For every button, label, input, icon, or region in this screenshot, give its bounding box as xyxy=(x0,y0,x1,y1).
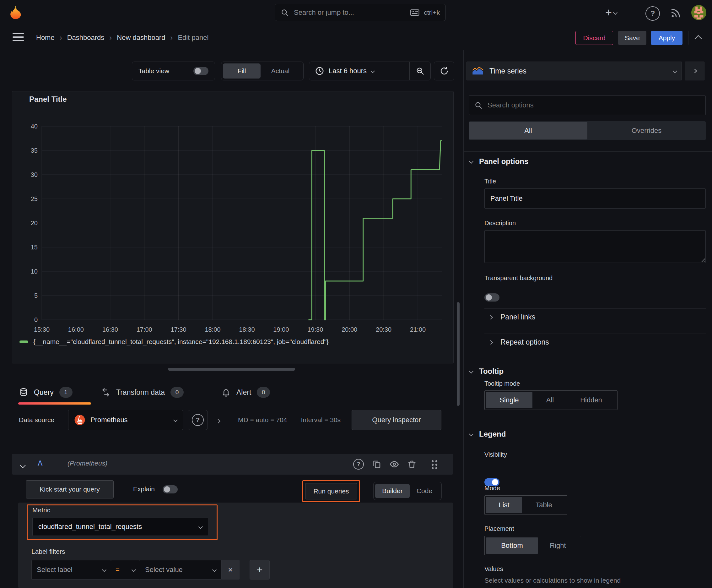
new-menu-button[interactable]: + xyxy=(605,6,617,19)
breadcrumb-separator: › xyxy=(55,33,67,42)
datasource-help-button[interactable]: ? xyxy=(188,410,208,430)
resize-handle[interactable] xyxy=(700,257,705,262)
select-label-dropdown[interactable]: Select label xyxy=(31,560,111,580)
query-row-collapse-chevron[interactable] xyxy=(21,462,25,469)
chevron-down-icon xyxy=(469,369,473,374)
delete-query-icon[interactable] xyxy=(407,459,417,469)
user-avatar[interactable] xyxy=(691,5,706,20)
metric-select[interactable]: cloudflared_tunnel_total_requests xyxy=(33,518,208,536)
explain-toggle[interactable] xyxy=(163,485,178,493)
table-view-label: Table view xyxy=(138,67,169,75)
table-view-toggle[interactable] xyxy=(193,67,209,75)
time-range-picker[interactable]: Last 6 hours xyxy=(309,62,409,80)
topbar-divider xyxy=(636,6,637,19)
tooltip-section-header[interactable]: Tooltip xyxy=(470,367,503,376)
select-value-dropdown[interactable]: Select value xyxy=(140,560,221,580)
breadcrumb-item-dashboards[interactable]: Dashboards xyxy=(67,34,105,42)
time-series-chart[interactable]: 15:3016:0016:3017:0017:3018:0018:3019:00… xyxy=(12,91,453,363)
options-tab-all[interactable]: All xyxy=(469,122,587,140)
apply-button[interactable]: Apply xyxy=(651,31,683,45)
panel-title-input[interactable] xyxy=(484,188,706,209)
svg-text:0: 0 xyxy=(34,316,38,323)
options-search-input[interactable] xyxy=(487,101,700,110)
fill-option[interactable]: Fill xyxy=(223,63,261,79)
legend-placement-right[interactable]: Right xyxy=(538,538,578,554)
tab-query[interactable]: Query 1 xyxy=(19,383,72,402)
tab-alert-label: Alert xyxy=(236,388,251,397)
tab-alert[interactable]: Alert 0 xyxy=(221,383,270,402)
collapse-row-chevron[interactable] xyxy=(217,417,220,424)
drag-handle[interactable] xyxy=(431,459,438,469)
tooltip-mode-all[interactable]: All xyxy=(533,392,567,408)
description-field-label: Description xyxy=(484,219,516,227)
discard-button[interactable]: Discard xyxy=(576,31,613,45)
clock-icon xyxy=(315,66,324,76)
repeat-options-section-header[interactable]: Repeat options xyxy=(489,338,549,346)
legend-mode-switcher: List Table xyxy=(484,495,567,515)
add-filter-button[interactable]: + xyxy=(250,560,270,580)
query-datasource-hint: (Prometheus) xyxy=(67,460,107,467)
run-queries-highlight: Run queries xyxy=(302,480,360,502)
legend-placement-switcher: Bottom Right xyxy=(484,536,581,555)
tooltip-mode-hidden[interactable]: Hidden xyxy=(567,392,615,408)
kick-start-query-button[interactable]: Kick start your query xyxy=(26,480,114,499)
active-tab-indicator xyxy=(18,402,91,404)
tooltip-mode-single[interactable]: Single xyxy=(486,392,533,408)
legend-series-label[interactable]: {__name__="cloudflared_tunnel_total_requ… xyxy=(33,338,329,345)
tooltip-mode-switcher: Single All Hidden xyxy=(484,391,618,410)
panel-links-section-header[interactable]: Panel links xyxy=(489,313,535,321)
svg-text:18:00: 18:00 xyxy=(205,326,220,333)
options-tab-overrides[interactable]: Overrides xyxy=(587,122,706,140)
svg-text:5: 5 xyxy=(34,292,38,299)
collapse-options-pane-button[interactable] xyxy=(696,36,701,43)
bell-icon xyxy=(221,387,231,397)
collapse-viz-pane-button[interactable] xyxy=(685,62,705,80)
chart-legend[interactable]: {__name__="cloudflared_tunnel_total_requ… xyxy=(19,338,329,345)
legend-section-header[interactable]: Legend xyxy=(470,430,506,439)
legend-mode-table[interactable]: Table xyxy=(522,497,566,513)
help-icon: ? xyxy=(192,414,204,426)
panel-options-section-header[interactable]: Panel options xyxy=(470,157,528,166)
actual-option[interactable]: Actual xyxy=(261,63,300,79)
run-queries-button[interactable]: Run queries xyxy=(305,483,357,499)
duplicate-query-icon[interactable] xyxy=(372,459,382,469)
toggle-query-visibility-icon[interactable] xyxy=(389,459,399,469)
visualization-picker[interactable]: Time series xyxy=(467,62,682,80)
refresh-button[interactable] xyxy=(434,62,454,80)
description-field-wrap xyxy=(484,230,706,263)
vertical-scrollbar[interactable] xyxy=(457,302,459,406)
search-input[interactable] xyxy=(293,8,406,17)
global-search[interactable]: ctrl+k xyxy=(275,4,446,21)
tab-query-count: 1 xyxy=(59,387,72,398)
query-stats: MD = auto = 704 Interval = 30s xyxy=(238,410,341,430)
svg-text:20:30: 20:30 xyxy=(376,326,391,333)
datasource-picker[interactable]: Prometheus xyxy=(68,410,183,430)
save-button[interactable]: Save xyxy=(618,31,646,45)
query-help-icon[interactable]: ? xyxy=(353,458,364,470)
mega-menu-icon[interactable] xyxy=(13,33,24,41)
panel-links-heading: Panel links xyxy=(500,313,535,321)
zoom-out-time-button[interactable] xyxy=(409,62,430,80)
search-shortcut: ctrl+k xyxy=(424,9,440,16)
query-ref-id[interactable]: A xyxy=(38,459,42,468)
legend-mode-list[interactable]: List xyxy=(486,497,522,513)
tab-query-label: Query xyxy=(34,388,54,397)
options-search[interactable] xyxy=(469,96,706,115)
grafana-logo-icon[interactable] xyxy=(8,5,23,20)
panel-description-input[interactable] xyxy=(484,230,706,263)
help-icon[interactable]: ? xyxy=(645,6,660,21)
horizontal-scrollbar[interactable] xyxy=(168,368,295,371)
top-bar: ctrl+k + ? xyxy=(0,0,712,26)
query-inspector-button[interactable]: Query inspector xyxy=(352,410,441,430)
svg-text:18:30: 18:30 xyxy=(239,326,255,333)
breadcrumb-item-new-dashboard[interactable]: New dashboard xyxy=(117,34,165,42)
transparent-background-toggle[interactable] xyxy=(484,293,499,301)
breadcrumb-item-home[interactable]: Home xyxy=(36,34,55,42)
builder-option[interactable]: Builder xyxy=(375,484,410,498)
operator-dropdown[interactable]: = xyxy=(111,560,140,580)
remove-filter-button[interactable]: × xyxy=(221,560,239,580)
news-rss-icon[interactable] xyxy=(670,7,682,19)
tab-transform[interactable]: Transform data 0 xyxy=(101,383,184,402)
legend-placement-bottom[interactable]: Bottom xyxy=(486,538,538,554)
code-option[interactable]: Code xyxy=(410,484,439,498)
